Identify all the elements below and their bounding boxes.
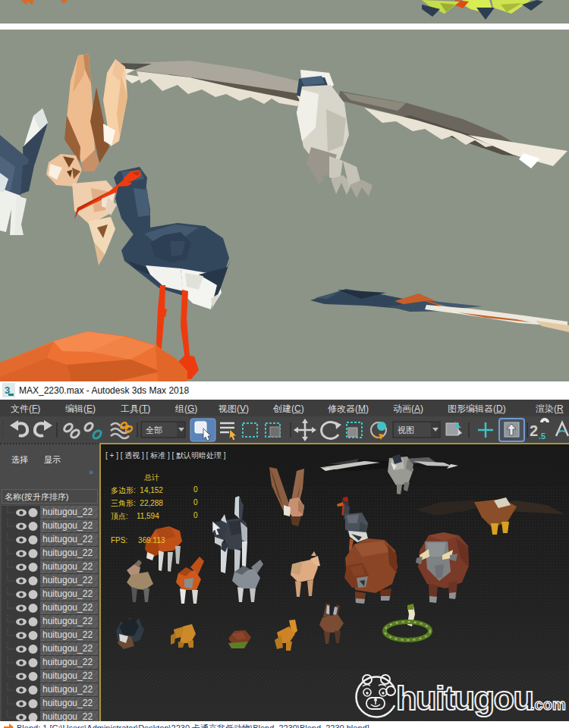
svg-text:视图: 视图 <box>398 425 414 435</box>
svg-text:全部: 全部 <box>146 425 162 435</box>
svg-text:.com: .com <box>530 696 566 713</box>
svg-text:huitugou: huitugou <box>396 679 533 717</box>
svg-text:.5: .5 <box>539 431 545 441</box>
svg-text:2: 2 <box>530 422 538 439</box>
